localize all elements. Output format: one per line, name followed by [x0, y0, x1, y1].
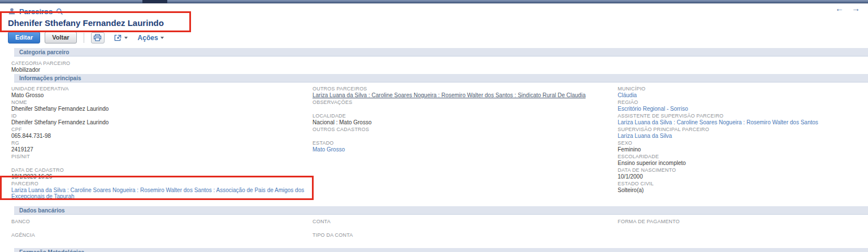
field-nome: NOMEDhenifer Sthefany Fernandez Laurindo	[11, 99, 313, 112]
field-value	[313, 238, 606, 245]
field-value	[313, 225, 606, 231]
field-label: SEXO	[618, 140, 868, 146]
field-label: NOME	[11, 99, 313, 106]
field-pis-nit: PIS/NIT	[11, 154, 313, 166]
field-label: LOCALIDADE	[313, 113, 618, 119]
section-title: Informações principais	[19, 75, 81, 81]
field-value[interactable]: Cláudia	[618, 92, 868, 98]
field-value[interactable]: Lariza Luana da Silva : Caroline Soares …	[313, 92, 606, 98]
field-label: OBSERVAÇÕES	[313, 99, 618, 106]
next-record-arrow[interactable]: →	[852, 4, 860, 13]
field-value[interactable]: Lariza Luana da Silva : Caroline Soares …	[11, 187, 305, 199]
page-title: Dhenifer Sthefany Fernandez Laurindo	[0, 16, 868, 29]
caret-down-icon	[160, 37, 164, 39]
top-window-strip	[0, 0, 868, 3]
field-value[interactable]: Mato Grosso	[313, 146, 606, 153]
field-assistente-de-supervisao-parceiro: ASSISTENTE DE SUPERVISÃO PARCEIROLariza …	[618, 113, 868, 125]
field-value: 18/1/2023 16:26	[11, 173, 305, 180]
field-value[interactable]: Escritório Regional - Sorriso	[618, 106, 868, 112]
field-label: ESTADO	[313, 140, 618, 146]
field-tipo-da-conta: TIPO DA CONTA	[313, 232, 618, 245]
back-button[interactable]: Voltar	[45, 32, 76, 44]
field-label: ASSISTENTE DE SUPERVISÃO PARCEIRO	[618, 113, 868, 119]
edit-button[interactable]: Editar	[8, 32, 40, 44]
field-value: Mobilizador	[11, 67, 305, 73]
printer-icon	[93, 34, 102, 41]
field-label: TIPO DA CONTA	[313, 232, 618, 238]
field-label: CONTA	[313, 219, 618, 225]
field-label: UNIDADE FEDERATIVA	[11, 86, 313, 92]
section-dados-bancarios: Dados bancáriosBANCOAGÊNCIACONTATIPO DA …	[0, 206, 868, 248]
field-label: FORMA DE PAGAMENTO	[618, 219, 868, 225]
field-label: MUNICÍPIO	[618, 86, 868, 92]
field-label: ESTADO CIVIL	[618, 181, 868, 187]
field-conta: CONTA	[313, 219, 618, 231]
field-outros-cadastros: OUTROS CADASTROS	[313, 127, 618, 139]
field-unidade-federativa: UNIDADE FEDERATIVAMato Grosso	[11, 86, 313, 98]
field-agencia: AGÊNCIA	[11, 232, 313, 245]
field-label: RG	[11, 140, 313, 146]
field-sexo: SEXOFeminino	[618, 140, 868, 153]
section-header-bar: Informações principais	[14, 74, 868, 82]
field-label: BANCO	[11, 219, 313, 225]
field-estado-civil: ESTADO CIVILSolteiro(a)	[618, 181, 868, 193]
field-label: AGÊNCIA	[11, 232, 313, 238]
field-data-de-nascimento: DATA DE NASCIMENTO10/1/2000	[618, 167, 868, 180]
field-label: REGIÃO	[618, 99, 868, 106]
top-strip-active-tab	[142, 0, 167, 3]
export-button[interactable]	[112, 34, 129, 42]
field-value: Dhenifer Sthefany Fernandez Laurindo	[11, 106, 305, 112]
field-value: 065.844.731-98	[11, 133, 305, 139]
field-label: DATA DE NASCIMENTO	[618, 167, 868, 173]
section-title: Dados bancários	[19, 207, 65, 214]
print-button[interactable]	[91, 32, 105, 44]
field-value[interactable]: Lariza Luana da Silva : Caroline Soares …	[618, 119, 868, 125]
field-categoria-parceiro: CATEGORIA PARCEIROMobilizador	[11, 60, 313, 73]
section-formacao-metodologica: Formação Metodológica	[0, 248, 868, 252]
export-icon	[114, 34, 122, 42]
field-supervisao-principal-parceiro: SUPERVISÃO PRINCIPAL PARCEIROLariza Luan…	[618, 127, 868, 139]
section-informacoes-principais: Informações principaisUNIDADE FEDERATIVA…	[0, 74, 868, 206]
field-label: CPF	[11, 127, 313, 133]
field-label: ESCOLARIDADE	[618, 154, 868, 160]
section-header-bar: Dados bancários	[14, 206, 868, 215]
field-cpf: CPF065.844.731-98	[11, 127, 313, 139]
actions-label: Ações	[138, 34, 158, 42]
field-banco: BANCO	[11, 219, 313, 231]
field-forma-de-pagamento: FORMA DE PAGAMENTO	[618, 219, 868, 231]
field-value: Ensino superior incompleto	[618, 160, 868, 166]
field-value	[11, 238, 305, 245]
field-label: DATA DE CADASTRO	[11, 167, 313, 173]
section-header-bar: Categoria parceiro	[14, 48, 868, 57]
field-value	[11, 225, 305, 231]
actions-button[interactable]: Ações	[137, 34, 165, 42]
field-municipio: MUNICÍPIOCláudia	[618, 86, 868, 98]
toolbar-divider	[84, 33, 84, 43]
field-value: Feminino	[618, 146, 868, 153]
field-value: 10/1/2000	[618, 173, 868, 180]
field-id: IDDhenifer Sthefany Fernandez Laurindo	[11, 113, 313, 125]
field-value: Solteiro(a)	[618, 187, 868, 193]
module-title[interactable]: Parceiros	[19, 7, 53, 16]
field-label: CATEGORIA PARCEIRO	[11, 60, 313, 67]
field-label: OUTROS CADASTROS	[313, 127, 618, 133]
section-title: Formação Metodológica	[19, 249, 84, 252]
field-value: Mato Grosso	[11, 92, 305, 98]
field-value[interactable]: Lariza Luana da Silva	[618, 133, 868, 139]
field-value	[618, 225, 868, 231]
field-regiao: REGIÃOEscritório Regional - Sorriso	[618, 99, 868, 112]
field-label: ID	[11, 113, 313, 119]
field-observacoes: OBSERVAÇÕES	[313, 99, 618, 112]
field-localidade: LOCALIDADENacional : Mato Grosso	[313, 113, 618, 125]
field-value: Nacional : Mato Grosso	[313, 119, 606, 125]
person-icon	[8, 7, 16, 15]
caret-down-icon	[124, 37, 128, 39]
previous-record-arrow[interactable]: ←	[835, 4, 844, 13]
field-data-de-cadastro: DATA DE CADASTRO18/1/2023 16:26	[11, 167, 313, 180]
field-label: SUPERVISÃO PRINCIPAL PARCEIRO	[618, 127, 868, 133]
field-value: 2419127	[11, 146, 305, 153]
search-icon[interactable]	[56, 8, 63, 15]
field-label: PIS/NIT	[11, 154, 313, 160]
field-label: OUTROS PARCEIROS	[313, 86, 618, 92]
module-header: Parceiros	[8, 6, 868, 16]
